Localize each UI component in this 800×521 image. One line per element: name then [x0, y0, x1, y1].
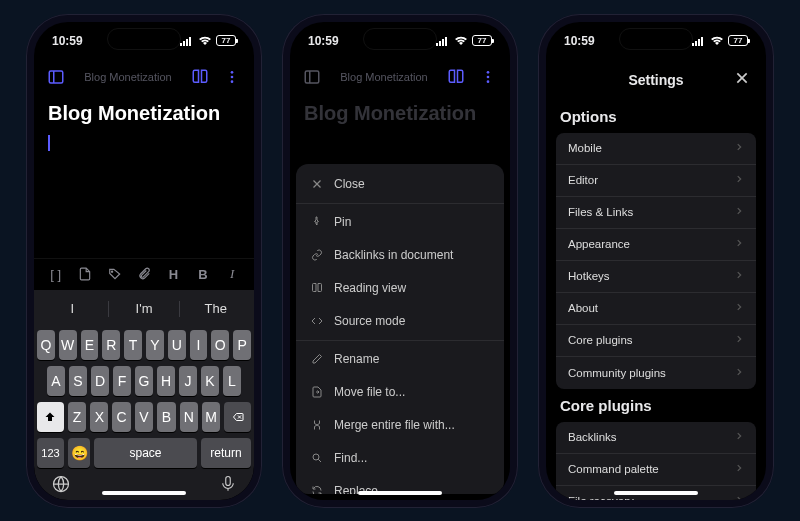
suggestion-2[interactable]: I'm [109, 301, 180, 316]
svg-rect-4 [49, 71, 63, 83]
sidebar-left-icon[interactable] [300, 65, 324, 89]
key-t[interactable]: T [124, 330, 142, 360]
list-item[interactable]: Hotkeys [556, 261, 756, 293]
key-y[interactable]: Y [146, 330, 164, 360]
svg-rect-15 [439, 41, 441, 46]
mic-icon[interactable] [219, 474, 237, 494]
key-p[interactable]: P [233, 330, 251, 360]
sheet-item[interactable]: Backlinks in document [296, 239, 504, 272]
key-q[interactable]: Q [37, 330, 55, 360]
key-s[interactable]: S [69, 366, 87, 396]
list-item[interactable]: Core plugins [556, 325, 756, 357]
key-z[interactable]: Z [68, 402, 86, 432]
key-r[interactable]: R [102, 330, 120, 360]
italic-icon[interactable]: I [221, 262, 244, 286]
svg-line-26 [318, 459, 321, 462]
key-o[interactable]: O [211, 330, 229, 360]
header-title: Blog Monetization [332, 71, 436, 83]
key-x[interactable]: X [90, 402, 108, 432]
space-key[interactable]: space [94, 438, 197, 468]
globe-icon[interactable] [51, 474, 71, 494]
svg-rect-14 [436, 43, 438, 46]
list-item-label: Mobile [568, 142, 602, 154]
document-title[interactable]: Blog Monetization [48, 102, 240, 125]
backspace-key[interactable] [224, 402, 251, 432]
list-item[interactable]: Command palette [556, 454, 756, 486]
key-e[interactable]: E [81, 330, 99, 360]
attach-icon[interactable] [132, 262, 155, 286]
sheet-item[interactable]: Move file to... [296, 376, 504, 409]
key-a[interactable]: A [47, 366, 65, 396]
list-item[interactable]: Backlinks [556, 422, 756, 454]
key-g[interactable]: G [135, 366, 153, 396]
key-n[interactable]: N [180, 402, 198, 432]
emoji-key[interactable]: 😄 [68, 438, 90, 468]
more-options-icon[interactable] [476, 65, 500, 89]
home-indicator[interactable] [358, 491, 442, 495]
signal-icon [180, 36, 194, 46]
backlinks-icon [310, 249, 324, 261]
ios-keyboard[interactable]: I I'm The QWERTYUIOP ASDFGHJKL ZXCVBNM [34, 290, 254, 500]
return-key[interactable]: return [201, 438, 251, 468]
sheet-item-label: Rename [334, 352, 379, 366]
sidebar-left-icon[interactable] [44, 65, 68, 89]
key-f[interactable]: F [113, 366, 131, 396]
tag-icon[interactable] [103, 262, 126, 286]
key-h[interactable]: H [157, 366, 175, 396]
key-l[interactable]: L [223, 366, 241, 396]
reading-view-icon[interactable] [444, 65, 468, 89]
home-indicator[interactable] [102, 491, 186, 495]
sheet-item[interactable]: Find... [296, 442, 504, 475]
key-c[interactable]: C [112, 402, 130, 432]
suggestion-1[interactable]: I [37, 301, 108, 316]
more-options-icon[interactable] [220, 65, 244, 89]
list-item-label: Files & Links [568, 206, 633, 218]
close-settings-icon[interactable] [734, 70, 754, 90]
list-item[interactable]: Editor [556, 165, 756, 197]
key-b[interactable]: B [157, 402, 175, 432]
numbers-key[interactable]: 123 [37, 438, 64, 468]
key-m[interactable]: M [202, 402, 220, 432]
chevron-right-icon [734, 174, 744, 186]
key-u[interactable]: U [168, 330, 186, 360]
svg-point-7 [231, 75, 234, 78]
sheet-item-label: Merge entire file with... [334, 418, 455, 432]
chevron-right-icon [734, 334, 744, 346]
key-v[interactable]: V [135, 402, 153, 432]
key-i[interactable]: I [190, 330, 208, 360]
suggestion-3[interactable]: The [180, 301, 251, 316]
list-item[interactable]: Community plugins [556, 357, 756, 389]
settings-body[interactable]: Options MobileEditorFiles & LinksAppeara… [546, 100, 766, 500]
sheet-item[interactable]: Source mode [296, 305, 504, 338]
key-w[interactable]: W [59, 330, 77, 360]
sheet-close[interactable]: Close [296, 168, 504, 201]
heading-icon[interactable]: H [162, 262, 185, 286]
key-k[interactable]: K [201, 366, 219, 396]
list-item[interactable]: Files & Links [556, 197, 756, 229]
list-item-label: About [568, 302, 598, 314]
sheet-item[interactable]: Rename [296, 343, 504, 376]
key-d[interactable]: D [91, 366, 109, 396]
section-coreplugins-title: Core plugins [556, 389, 756, 422]
svg-rect-18 [305, 71, 319, 83]
sheet-item[interactable]: Reading view [296, 272, 504, 305]
file-icon[interactable] [73, 262, 96, 286]
list-item[interactable]: About [556, 293, 756, 325]
sheet-item[interactable]: Pin [296, 206, 504, 239]
chevron-right-icon [734, 367, 744, 379]
bold-icon[interactable]: B [191, 262, 214, 286]
list-item[interactable]: Appearance [556, 229, 756, 261]
reading-view-icon[interactable] [188, 65, 212, 89]
settings-header: Settings [546, 60, 766, 100]
key-j[interactable]: J [179, 366, 197, 396]
brackets-icon[interactable]: [ ] [44, 262, 67, 286]
svg-rect-0 [180, 43, 182, 46]
list-item[interactable]: Mobile [556, 133, 756, 165]
editor-content[interactable]: Blog Monetization [34, 94, 254, 258]
wifi-icon [454, 36, 468, 46]
shift-key[interactable] [37, 402, 64, 432]
svg-rect-30 [701, 37, 703, 46]
home-indicator[interactable] [614, 491, 698, 495]
sheet-item[interactable]: Merge entire file with... [296, 409, 504, 442]
chevron-right-icon [734, 431, 744, 443]
